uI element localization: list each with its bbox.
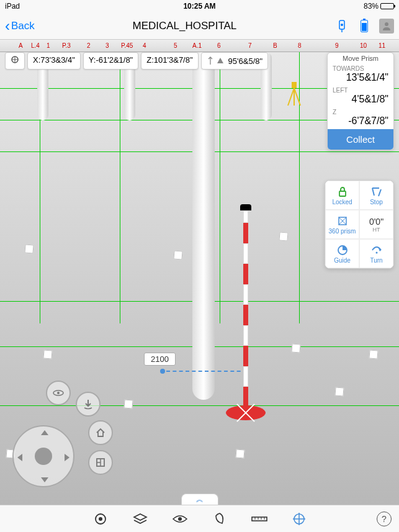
stop-icon: [361, 185, 392, 199]
measure-mode-icon: [207, 56, 225, 65]
z-label: Z: [333, 109, 388, 115]
back-button[interactable]: ‹ Back: [5, 17, 35, 35]
point-marker: [160, 369, 165, 374]
svg-line-5: [288, 88, 294, 106]
survey-point: [43, 349, 52, 359]
svg-point-27: [178, 517, 182, 521]
bottom-toolbar: ?: [0, 505, 399, 532]
svg-point-18: [375, 252, 377, 254]
column: [192, 52, 215, 400]
survey-point: [24, 244, 34, 253]
svg-marker-11: [217, 58, 223, 63]
coordinate-bar: X:73'3&3/4" Y:-61'2&1/8" Z:101'3&7/8" 95…: [5, 52, 268, 70]
crosshair-tool[interactable]: [291, 511, 307, 527]
battery-status-icon[interactable]: [357, 19, 372, 34]
z-coord[interactable]: Z:101'3&7/8": [141, 52, 198, 70]
battery-pct: 83%: [364, 2, 379, 11]
help-button[interactable]: ?: [377, 512, 392, 526]
navigation-cluster: [7, 381, 119, 492]
svg-point-3: [385, 22, 388, 26]
svg-marker-26: [134, 514, 146, 520]
left-value: 4'5&1/8": [333, 94, 388, 105]
svg-rect-4: [292, 82, 297, 88]
app-header: ‹ Back MEDICAL_HOSPITAL: [0, 12, 399, 40]
back-label: Back: [11, 20, 35, 32]
z-value: -6'7&7/8": [333, 115, 388, 127]
prism-pole: [243, 204, 248, 409]
x-coord[interactable]: X:73'3&3/4": [27, 52, 81, 70]
survey-point: [123, 399, 133, 408]
home-button[interactable]: [88, 420, 113, 445]
turn-button[interactable]: Turn: [359, 239, 393, 268]
svg-point-1: [341, 24, 343, 26]
prism-type-button[interactable]: 360 prism: [325, 210, 359, 239]
down-button[interactable]: [76, 392, 101, 417]
svg-point-25: [99, 517, 102, 521]
battery-icon: [380, 3, 394, 9]
chevron-up-icon: ︽: [196, 494, 204, 505]
survey-point: [369, 349, 378, 359]
move-prism-panel: Move Prism TOWARDS 13'5&1/4" LEFT 4'5&1/…: [327, 52, 394, 150]
lock-icon: [327, 185, 357, 199]
joystick[interactable]: [12, 425, 74, 487]
turn-icon: [361, 243, 392, 257]
user-icon[interactable]: [379, 19, 394, 34]
lock-button[interactable]: Locked: [325, 181, 359, 210]
towards-label: TOWARDS: [333, 65, 388, 72]
measure-line: [166, 371, 247, 372]
orbit-button[interactable]: [46, 381, 71, 405]
distance-field[interactable]: 95'6&5/8": [201, 52, 269, 70]
collect-button[interactable]: Collect: [328, 129, 393, 150]
survey-point: [279, 232, 288, 241]
device-label: iPad: [5, 2, 135, 11]
svg-point-20: [57, 392, 60, 394]
prism-panel-title: Move Prism: [328, 53, 393, 64]
total-station-icon: [285, 82, 303, 107]
survey-point: [291, 343, 300, 353]
leaf-tool[interactable]: [212, 511, 228, 527]
survey-point: [173, 250, 182, 259]
page-title: MEDICAL_HOSPITAL: [35, 20, 334, 32]
instrument-controls: Locked Stop 360 prism 0'0" HT Guide: [325, 180, 394, 269]
visibility-tool[interactable]: [172, 511, 188, 527]
measure-tool[interactable]: [251, 511, 267, 527]
stop-button[interactable]: Stop: [359, 181, 393, 210]
left-label: LEFT: [333, 87, 388, 94]
ios-status-bar: iPad 10:25 AM 83%: [0, 0, 399, 12]
towards-value: 13'5&1/4": [333, 72, 388, 83]
guide-button[interactable]: Guide: [325, 239, 359, 268]
chevron-left-icon: ‹: [5, 17, 10, 35]
layers-tool[interactable]: [132, 511, 148, 527]
guide-icon: [327, 243, 357, 257]
svg-rect-12: [339, 191, 346, 196]
survey-point: [235, 449, 244, 458]
svg-line-6: [294, 88, 300, 106]
expand-drawer-button[interactable]: ︽: [181, 494, 218, 505]
clock: 10:25 AM: [135, 2, 264, 11]
prism-icon: [327, 214, 357, 228]
point-label[interactable]: 2100: [144, 353, 176, 366]
plan-view-button[interactable]: [88, 450, 113, 475]
coord-toggle[interactable]: [5, 52, 25, 70]
target-height-button[interactable]: 0'0" HT: [359, 210, 393, 239]
instrument-icon[interactable]: [334, 19, 349, 34]
y-coord[interactable]: Y:-61'2&1/8": [83, 52, 138, 70]
target-tool[interactable]: [92, 511, 109, 527]
layer-ruler[interactable]: A L.4 1 P.3 2 3 P.45 4 5 A.1 6 7 B 8 9 1…: [0, 40, 399, 52]
survey-point: [334, 387, 344, 396]
